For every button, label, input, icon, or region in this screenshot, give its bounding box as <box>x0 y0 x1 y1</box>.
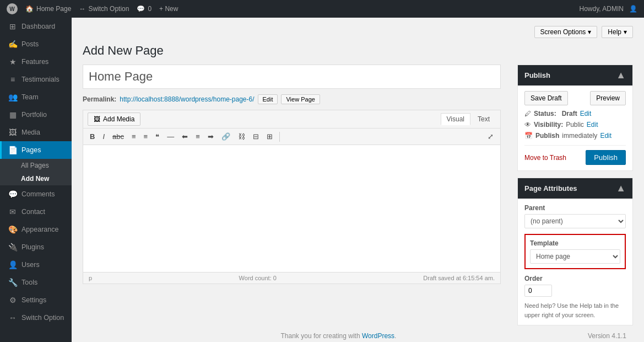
publish-value: immediately <box>562 132 597 140</box>
publish-status: 🖊 Status: Draft Edit <box>524 110 626 117</box>
sidebar-item-team[interactable]: 👥 Team <box>0 88 72 106</box>
visibility-edit-link[interactable]: Edit <box>587 121 598 129</box>
sidebar-sub-add-new[interactable]: Add New <box>15 172 72 185</box>
sidebar-sub-all-pages[interactable]: All Pages <box>15 159 72 172</box>
sidebar-item-label: Plugins <box>21 243 44 251</box>
template-select[interactable]: Home page Default Template Full Width <box>530 249 620 264</box>
status-edit-link[interactable]: Edit <box>580 110 592 117</box>
topbar-switch-option[interactable]: ↔ Switch Option <box>79 5 129 13</box>
align-center-button[interactable]: ≡ <box>192 131 203 142</box>
publish-panel-toggle[interactable]: ▲ <box>616 70 626 81</box>
sidebar-item-portfolio[interactable]: ▦ Portfolio <box>0 106 72 124</box>
sidebar-item-label: Testimonials <box>21 76 59 83</box>
strikethrough-button[interactable]: abc <box>109 131 127 142</box>
move-to-trash-button[interactable]: Move to Trash <box>524 154 566 162</box>
hr-button[interactable]: — <box>164 131 177 142</box>
publish-button[interactable]: Publish <box>586 150 626 165</box>
save-draft-button[interactable]: Save Draft <box>524 91 568 105</box>
link-button[interactable]: 🔗 <box>218 131 234 142</box>
top-bar-left: W 🏠 Home Page ↔ Switch Option 💬 0 + New <box>7 3 571 14</box>
tools-icon: 🔧 <box>8 278 17 287</box>
align-left-button[interactable]: ⬅ <box>178 131 191 142</box>
sidebar-item-label: Contact <box>21 208 45 216</box>
sidebar-item-label: Media <box>21 129 40 136</box>
text-tab[interactable]: Text <box>472 113 496 125</box>
permalink-edit-button[interactable]: Edit <box>258 94 278 104</box>
publish-visibility: 👁 Visibility: Public Edit <box>524 121 626 129</box>
switch-option-icon: ↔ <box>8 313 17 322</box>
top-action-bar: Screen Options ▾ Help ▾ <box>83 26 633 38</box>
settings-icon: ⚙ <box>8 296 17 304</box>
unlink-button[interactable]: ⛓ <box>235 131 248 142</box>
visibility-value: Public <box>566 121 584 129</box>
preview-button[interactable]: Preview <box>590 91 626 105</box>
sidebar-item-users[interactable]: 👤 Users <box>0 256 72 274</box>
sidebar-item-posts[interactable]: ✍ Posts <box>0 35 72 53</box>
status-icon: 🖊 <box>524 110 531 117</box>
page-attributes-toggle[interactable]: ▲ <box>616 183 626 194</box>
align-right-button[interactable]: ➡ <box>204 131 217 142</box>
order-input[interactable] <box>524 285 552 297</box>
user-label[interactable]: Howdy, ADMIN <box>580 5 624 13</box>
posts-icon: ✍ <box>8 40 17 49</box>
insert-more-button[interactable]: ⊟ <box>250 131 262 142</box>
status-value-text: Draft <box>562 110 577 117</box>
sidebar-item-tools[interactable]: 🔧 Tools <box>0 274 72 291</box>
sidebar-item-media[interactable]: 🖼 Media <box>0 124 72 141</box>
draft-saved: Draft saved at 6:15:54 am. <box>423 275 495 281</box>
right-column: Publish ▲ Save Draft Preview 🖊 Status: D… <box>509 65 633 325</box>
help-text: Need help? Use the Help tab in the upper… <box>524 301 626 319</box>
editor-body[interactable] <box>83 145 500 272</box>
paragraph-tag: p <box>89 275 92 281</box>
appearance-icon: 🎨 <box>8 225 17 234</box>
collapse-menu[interactable]: ◀ Collapse menu <box>0 338 72 342</box>
ul-button[interactable]: ≡ <box>128 131 139 142</box>
ol-button[interactable]: ≡ <box>140 131 151 142</box>
publish-edit-link[interactable]: Edit <box>600 132 611 140</box>
blockquote-button[interactable]: ❝ <box>152 131 163 142</box>
page-attributes-header: Page Attributes ▲ <box>518 178 632 199</box>
screen-options-button[interactable]: Screen Options ▾ <box>534 26 598 38</box>
parent-select[interactable]: (no parent) <box>524 214 626 228</box>
wp-footer: Thank you for creating with WordPress. V… <box>83 325 633 342</box>
comments-icon: 💬 <box>137 5 145 13</box>
top-bar: W 🏠 Home Page ↔ Switch Option 💬 0 + New … <box>0 0 644 18</box>
visibility-icon: 👁 <box>524 121 531 129</box>
sidebar-item-testimonials[interactable]: ≡ Testimonials <box>0 71 72 88</box>
editor-formatting-bar: B I abc ≡ ≡ ❝ — ⬅ ≡ ➡ 🔗 ⛓ ⊟ ⊞ <box>83 129 500 145</box>
expand-button[interactable]: ⤢ <box>484 131 497 142</box>
sidebar-item-dashboard[interactable]: ⊞ Dashboard <box>0 18 72 35</box>
topbar-home-page[interactable]: 🏠 Home Page <box>25 5 71 13</box>
permalink-url[interactable]: http://localhost:8888/wordpress/home-pag… <box>120 95 254 103</box>
wp-logo[interactable]: W <box>7 3 18 14</box>
wordpress-link[interactable]: WordPress <box>362 332 394 340</box>
template-label: Template <box>530 239 620 247</box>
add-media-button[interactable]: 🖼 Add Media <box>88 113 140 126</box>
help-button[interactable]: Help ▾ <box>602 26 633 38</box>
sidebar-item-contact[interactable]: ✉ Contact <box>0 203 72 221</box>
version-text: Version 4.1.1 <box>588 332 626 340</box>
editor-toolbar-wrap: 🖼 Add Media Visual Text B I abc ≡ ≡ <box>83 110 501 284</box>
sidebar-item-switch-option[interactable]: ↔ Switch Option <box>0 309 72 327</box>
permalink-view-button[interactable]: View Page <box>281 94 320 104</box>
visual-tab[interactable]: Visual <box>441 113 470 125</box>
portfolio-icon: ▦ <box>8 110 17 119</box>
sidebar-item-plugins[interactable]: 🔌 Plugins <box>0 238 72 256</box>
toolbar-divider <box>279 132 280 142</box>
topbar-new[interactable]: + New <box>159 5 178 13</box>
toolbar-toggle-button[interactable]: ⊞ <box>263 131 276 142</box>
word-count-bar: Word count: 0 <box>239 275 277 281</box>
publish-panel-header: Publish ▲ <box>518 65 632 86</box>
switch-icon: ↔ <box>79 5 85 13</box>
sidebar-item-features[interactable]: ★ Features <box>0 53 72 71</box>
sidebar-item-comments[interactable]: 💬 Comments <box>0 185 72 203</box>
page-name-input[interactable] <box>83 65 501 89</box>
template-section: Template Home page Default Template Full… <box>524 234 626 269</box>
sidebar-item-pages[interactable]: 📄 Pages <box>0 141 72 159</box>
sidebar-item-settings[interactable]: ⚙ Settings <box>0 291 72 309</box>
bold-button[interactable]: B <box>86 131 98 142</box>
permalink-label: Permalink: <box>83 95 116 103</box>
italic-button[interactable]: I <box>99 131 108 142</box>
sidebar-item-appearance[interactable]: 🎨 Appearance <box>0 221 72 238</box>
topbar-comments[interactable]: 💬 0 <box>137 5 151 13</box>
